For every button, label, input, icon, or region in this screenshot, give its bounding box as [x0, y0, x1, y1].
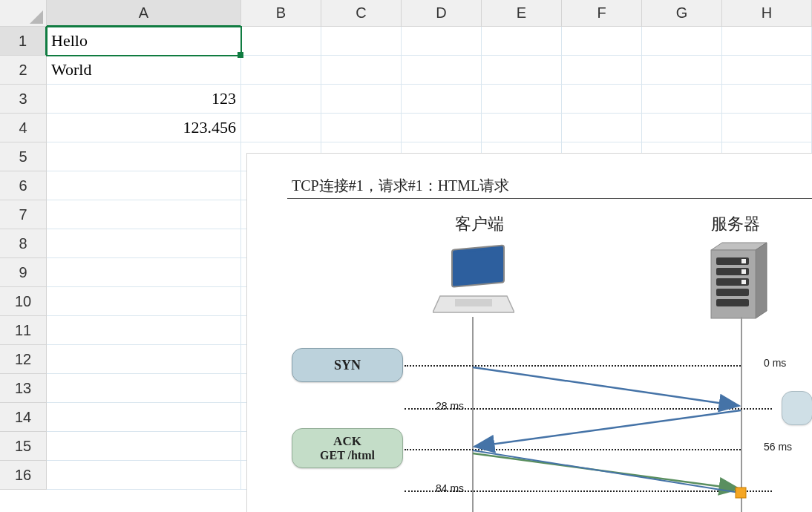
dotline-0ms — [405, 365, 741, 367]
svg-line-20 — [473, 453, 739, 489]
svg-marker-0 — [30, 10, 43, 24]
cell-D2[interactable] — [402, 56, 482, 85]
cell-E2[interactable] — [482, 56, 562, 85]
column-header-E[interactable]: E — [482, 0, 562, 27]
row-header-9[interactable]: 9 — [0, 258, 47, 287]
row-3: 3 123 — [0, 85, 812, 114]
cell-C4[interactable] — [321, 114, 402, 142]
diagram-title: TCP连接#1，请求#1：HTML请求 — [292, 176, 509, 196]
row-header-3[interactable]: 3 — [0, 85, 47, 114]
cell-B1[interactable] — [241, 27, 321, 56]
cell-A5[interactable] — [47, 142, 241, 171]
cell-A14[interactable] — [47, 403, 241, 432]
svg-line-19 — [474, 410, 741, 447]
cell-F1[interactable] — [562, 27, 642, 56]
cell-C1[interactable] — [321, 27, 402, 56]
cell-C2[interactable] — [321, 56, 402, 85]
row-header-11[interactable]: 11 — [0, 316, 47, 345]
ack-message-box: ACK GET /html — [292, 428, 403, 468]
server-label: 服务器 — [711, 213, 760, 235]
column-header-C[interactable]: C — [321, 0, 402, 27]
cell-H2[interactable] — [722, 56, 812, 85]
cell-E4[interactable] — [482, 114, 562, 142]
svg-line-21 — [473, 450, 739, 493]
cell-A9[interactable] — [47, 258, 241, 287]
row-1: 1 Hello — [0, 27, 812, 56]
cell-B2[interactable] — [241, 56, 321, 85]
select-all-corner[interactable] — [0, 0, 47, 27]
row-header-10[interactable]: 10 — [0, 287, 47, 316]
cell-E3[interactable] — [482, 85, 562, 114]
cell-H1[interactable] — [722, 27, 812, 56]
synack-message-box — [782, 391, 812, 425]
cell-A7[interactable] — [47, 200, 241, 229]
row-2: 2 World — [0, 56, 812, 85]
cell-F2[interactable] — [562, 56, 642, 85]
row-header-1[interactable]: 1 — [0, 27, 47, 56]
diagram-title-underline — [287, 198, 812, 199]
cell-G1[interactable] — [642, 27, 722, 56]
client-timeline — [472, 317, 474, 512]
column-header-G[interactable]: G — [642, 0, 722, 27]
cell-G2[interactable] — [642, 56, 722, 85]
svg-line-18 — [473, 367, 739, 406]
cell-A1[interactable]: Hello — [47, 27, 241, 56]
cell-A6[interactable] — [47, 171, 241, 200]
row-header-8[interactable]: 8 — [0, 229, 47, 258]
cell-D4[interactable] — [402, 114, 482, 142]
cell-A3[interactable]: 123 — [47, 85, 241, 114]
svg-rect-11 — [716, 289, 749, 296]
server-timeline — [741, 317, 742, 512]
cell-B3[interactable] — [241, 85, 321, 114]
row-header-7[interactable]: 7 — [0, 200, 47, 229]
column-header-F[interactable]: F — [562, 0, 642, 27]
cell-A15[interactable] — [47, 432, 241, 461]
cell-A13[interactable] — [47, 374, 241, 403]
svg-rect-12 — [716, 299, 749, 306]
column-header-B[interactable]: B — [241, 0, 321, 27]
row-header-16[interactable]: 16 — [0, 461, 47, 490]
syn-message-box: SYN — [292, 348, 403, 382]
row-header-2[interactable]: 2 — [0, 56, 47, 85]
row-header-5[interactable]: 5 — [0, 142, 47, 171]
column-header-D[interactable]: D — [402, 0, 482, 27]
row-header-6[interactable]: 6 — [0, 171, 47, 200]
select-all-triangle-icon — [30, 10, 43, 24]
cell-C3[interactable] — [321, 85, 402, 114]
cell-A2[interactable]: World — [47, 56, 241, 85]
ack-label: ACK — [333, 434, 361, 449]
time-label-56ms: 56 ms — [764, 441, 792, 453]
row-header-14[interactable]: 14 — [0, 403, 47, 432]
svg-rect-13 — [741, 259, 746, 263]
column-header-row: A B C D E F G H — [0, 0, 812, 27]
column-header-A[interactable]: A — [47, 0, 241, 27]
column-header-H[interactable]: H — [722, 0, 812, 27]
syn-label: SYN — [334, 358, 361, 373]
cell-A11[interactable] — [47, 316, 241, 345]
cell-H3[interactable] — [722, 85, 812, 114]
cell-E1[interactable] — [482, 27, 562, 56]
cell-A10[interactable] — [47, 287, 241, 316]
svg-rect-15 — [741, 280, 746, 284]
row-header-15[interactable]: 15 — [0, 432, 47, 461]
cell-A16[interactable] — [47, 461, 241, 490]
cell-A12[interactable] — [47, 345, 241, 374]
svg-marker-6 — [756, 243, 767, 318]
cell-H4[interactable] — [722, 114, 812, 142]
cell-A4[interactable]: 123.456 — [47, 114, 241, 142]
cell-D3[interactable] — [402, 85, 482, 114]
row-header-13[interactable]: 13 — [0, 374, 47, 403]
cell-B4[interactable] — [241, 114, 321, 142]
dotline-56ms — [405, 449, 741, 450]
server-icon — [700, 237, 778, 326]
time-label-84ms: 84 ms — [436, 482, 464, 494]
row-header-4[interactable]: 4 — [0, 114, 47, 142]
laptop-icon — [433, 243, 514, 313]
cell-F4[interactable] — [562, 114, 642, 142]
row-header-12[interactable]: 12 — [0, 345, 47, 374]
cell-D1[interactable] — [402, 27, 482, 56]
cell-G4[interactable] — [642, 114, 722, 142]
cell-F3[interactable] — [562, 85, 642, 114]
cell-A8[interactable] — [47, 229, 241, 258]
cell-G3[interactable] — [642, 85, 722, 114]
